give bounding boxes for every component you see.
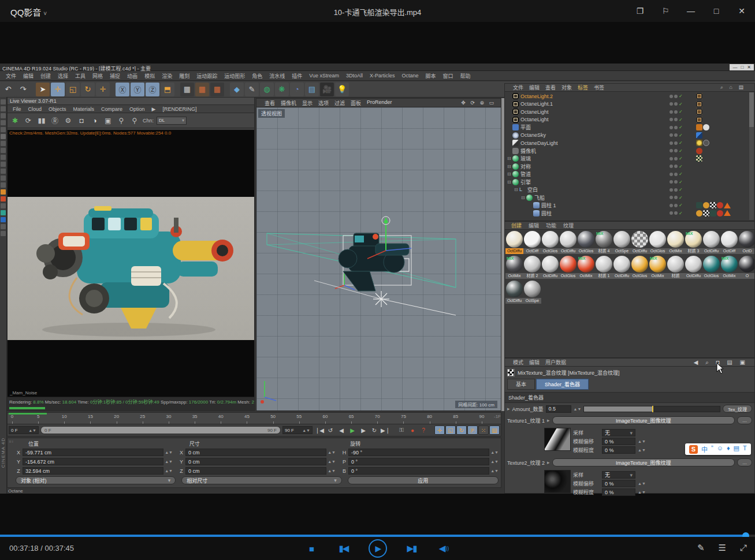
palette-icon-8[interactable] (1, 155, 6, 160)
object-row[interactable]: OctaneSky✓ (505, 132, 749, 140)
viewport-corner-icons[interactable]: ✥ ⟳ ⊕ ▭ (458, 100, 499, 106)
play-button[interactable]: ▶ (347, 425, 358, 435)
viewport-menu-item[interactable]: 面板 (348, 99, 364, 107)
object-name[interactable]: 圆柱 (541, 210, 552, 217)
material-thumbnail[interactable]: OctGlos (541, 231, 559, 254)
c4d-menu-item[interactable]: Vue xStream (306, 72, 343, 80)
object-name[interactable]: 空白 (527, 186, 538, 193)
material-thumbnail[interactable]: MIXOctMix (577, 256, 595, 279)
sogou-logo-icon[interactable]: S (689, 445, 698, 454)
object-name[interactable]: 管道 (520, 170, 531, 178)
stepper-icon[interactable]: ▲▼ (165, 450, 173, 454)
stepper-icon[interactable]: ▲▼ (328, 450, 336, 454)
t-checker2-tag-icon[interactable] (696, 155, 702, 162)
screenshot-icon[interactable]: ✎ (697, 543, 705, 553)
c4d-win-button-0[interactable]: — (732, 65, 737, 70)
render-visibility-dot[interactable] (674, 188, 678, 192)
c4d-menu-item[interactable]: X-Particles (366, 72, 399, 80)
record-parameter-toggle[interactable]: Ⓟ (467, 425, 478, 435)
keyframe-presets-button[interactable]: ▤ (489, 425, 500, 435)
material-tab-创建[interactable]: 创建 (508, 222, 525, 229)
c4d-menu-item[interactable]: 脚本 (422, 71, 440, 81)
stepper-icon[interactable]: ▲▼ (165, 469, 173, 473)
enable-check-icon[interactable]: ✓ (679, 195, 683, 200)
viewport-menu-item[interactable]: ProRender (364, 99, 395, 107)
subdivision-icon[interactable]: ◍ (260, 83, 274, 96)
visibility-dots[interactable]: ✓ (670, 203, 696, 208)
timeline-playhead[interactable] (9, 413, 47, 415)
c4d-menu-item[interactable]: 帮助 (457, 71, 474, 81)
editor-visibility-dot[interactable] (670, 157, 673, 160)
rotation-field[interactable]: 0 ° (348, 458, 489, 465)
material-thumbnail[interactable]: OctGlos (649, 231, 667, 254)
rotation-field[interactable]: 0 ° (348, 467, 489, 475)
editor-visibility-dot[interactable] (670, 95, 673, 98)
y-axis-lock-icon[interactable]: Ⓨ (131, 83, 144, 96)
visibility-dots[interactable]: ✓ (670, 211, 696, 216)
playlist-settings-icon[interactable]: ☰ (719, 543, 726, 553)
palette-icon-1[interactable] (1, 106, 6, 111)
c4d-menu-item[interactable]: Octane (398, 72, 422, 80)
object-name[interactable]: OctaneDayLight (520, 140, 558, 146)
visibility-dots[interactable]: ✓ (670, 156, 696, 161)
material-thumbnail[interactable]: OctSpe (613, 231, 631, 254)
viewport-menu-item[interactable]: 选项 (315, 99, 332, 107)
shader-section-header[interactable]: Shader_着色器 (505, 392, 754, 403)
live-viewer-menu-item[interactable]: Option (127, 106, 148, 112)
attribute-tab-Shader_着色器[interactable]: Shader_着色器 (536, 379, 589, 390)
editor-visibility-dot[interactable] (670, 141, 673, 145)
texture1-more-button[interactable]: … (737, 416, 752, 424)
visibility-dots[interactable]: ✓ (670, 148, 696, 154)
editor-visibility-dot[interactable] (670, 118, 673, 121)
t-red-tag-icon[interactable] (717, 210, 723, 216)
enable-check-icon[interactable]: ✓ (679, 102, 683, 107)
palette-icon-0[interactable] (1, 99, 6, 104)
palette-icon-4[interactable] (1, 127, 6, 132)
render-visibility-dot[interactable] (674, 95, 678, 98)
texture2-more-button[interactable]: … (737, 458, 752, 466)
blur-offset-field[interactable]: 0 % (602, 480, 635, 487)
ime-icon-3[interactable]: ♦ (727, 445, 730, 454)
material-thumbnail[interactable]: OctD (738, 231, 755, 254)
array-icon[interactable]: ▤ (305, 83, 319, 96)
restart-render-icon[interactable]: ⟳ (23, 115, 34, 126)
stepper-icon[interactable]: ▲▼ (490, 450, 499, 454)
expand-icon[interactable]: ⊟ (507, 180, 512, 185)
live-viewer-menu-item[interactable]: Materials (70, 106, 98, 112)
live-viewer-menu-item[interactable]: ▶ (149, 106, 159, 112)
visibility-dots[interactable]: ✓ (670, 164, 696, 169)
material-thumbnail[interactable]: 材质 (667, 256, 685, 279)
object-name[interactable]: OctaneLight (520, 117, 549, 122)
amount-field[interactable]: 0.5 (546, 405, 571, 413)
attribute-menu-item[interactable]: 编辑 (526, 359, 542, 366)
viewport-canvas[interactable]: 透视视图 (256, 107, 501, 410)
expand-icon[interactable]: ⊟ (507, 156, 512, 161)
object-row[interactable]: OctaneLight✓ (505, 116, 749, 124)
material-tab-功能[interactable]: 功能 (543, 222, 559, 229)
material-thumbnail[interactable]: OctDiffu (559, 231, 577, 254)
editor-visibility-dot[interactable] (670, 180, 673, 184)
object-name[interactable]: 摄像机 (520, 147, 536, 155)
panel-grip[interactable]: ⠿⠿⠿⠿⠿⠿ (9, 440, 13, 475)
palette-icon-14[interactable] (1, 196, 6, 201)
object-name[interactable]: OctaneSky (520, 132, 546, 138)
frame-range-slider[interactable]: 0 F90 F (40, 426, 281, 434)
palette-icon-5[interactable] (1, 134, 6, 139)
enable-check-icon[interactable]: ✓ (679, 171, 683, 177)
visibility-dots[interactable]: ✓ (670, 180, 696, 185)
material-thumbnail[interactable]: OctDiffu (613, 256, 631, 279)
palette-icon-15[interactable] (1, 203, 6, 208)
material-thumbnail[interactable]: MIX材质 3 (685, 231, 702, 254)
object-manager-scrollbar[interactable] (749, 92, 754, 220)
enable-check-icon[interactable]: ✓ (679, 117, 683, 122)
select-tool-icon[interactable]: ➤ (36, 83, 50, 96)
record-rotation-toggle[interactable]: ↻ (456, 425, 467, 435)
t-dark-tag-icon[interactable] (710, 210, 716, 216)
minimize-button[interactable]: — (683, 3, 698, 18)
amount-slider[interactable] (583, 406, 720, 412)
texture1-shader-button[interactable]: ImageTexture_图像纹理 (552, 416, 735, 424)
c4d-menu-item[interactable]: 运动图形 (221, 71, 248, 81)
enable-check-icon[interactable]: ✓ (679, 140, 683, 145)
attribute-tab-基本[interactable]: 基本 (507, 379, 535, 390)
c4d-menu-item[interactable]: 网格 (89, 71, 106, 81)
